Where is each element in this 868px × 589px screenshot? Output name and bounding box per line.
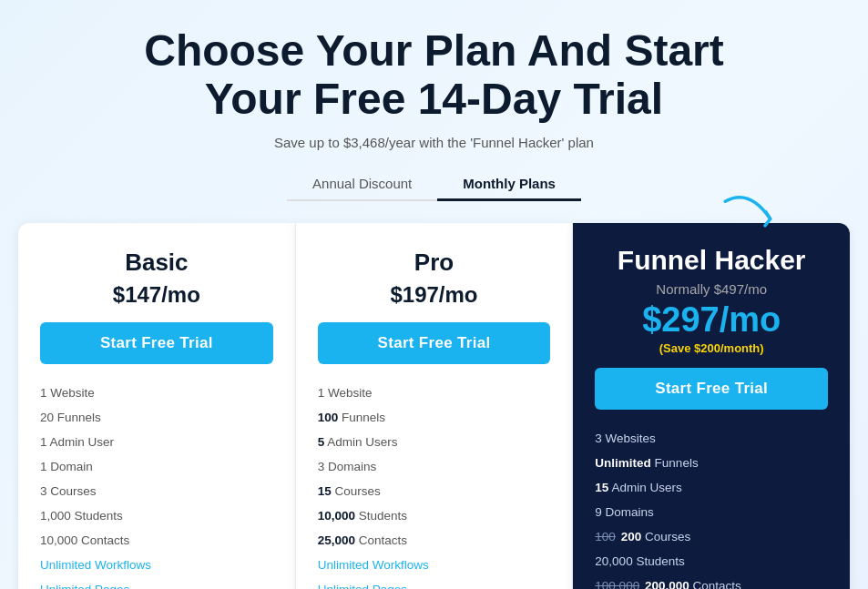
list-item: 3 Domains (318, 454, 551, 479)
list-item: 1,000 Students (40, 503, 273, 528)
pro-plan-price: $197/mo (318, 282, 551, 308)
list-item: 10,000 Students (318, 503, 551, 528)
plan-basic: Basic $147/mo Start Free Trial 1 Website… (18, 223, 296, 589)
pro-cta-button[interactable]: Start Free Trial (318, 322, 551, 364)
list-item: 25,000 Contacts (318, 528, 551, 553)
funnel-hacker-normal-price: Normally $497/mo (595, 281, 828, 297)
list-item: Unlimited Workflows (318, 553, 551, 577)
list-item: 15 Courses (318, 479, 551, 503)
funnel-hacker-plan-name: Funnel Hacker (595, 245, 828, 276)
basic-cta-button[interactable]: Start Free Trial (40, 322, 273, 364)
list-item: Unlimited Pages (40, 577, 273, 589)
list-item: 1 Domain (40, 454, 273, 479)
funnel-hacker-main-price: $297/mo (595, 300, 828, 340)
funnel-hacker-feature-list: 3 Websites Unlimited Funnels 15 Admin Us… (595, 426, 828, 589)
plans-container: Basic $147/mo Start Free Trial 1 Website… (18, 223, 850, 589)
plan-funnel-hacker: Funnel Hacker Normally $497/mo $297/mo (… (573, 223, 850, 589)
list-item: 1 Website (40, 381, 273, 405)
list-item: 100 Funnels (318, 405, 551, 430)
list-item: 100,000 200,000 Contacts (595, 574, 828, 589)
plan-pro: Pro $197/mo Start Free Trial 1 Website 1… (296, 223, 574, 589)
funnel-hacker-save-text: (Save $200/month) (595, 341, 828, 355)
pricing-tabs: Annual Discount Monthly Plans (287, 168, 581, 201)
list-item: Unlimited Funnels (595, 451, 828, 475)
list-item: 20 Funnels (40, 405, 273, 430)
list-item: Unlimited Pages (318, 577, 551, 589)
list-item: 10,000 Contacts (40, 528, 273, 553)
list-item: 5 Admin Users (318, 430, 551, 454)
basic-feature-list: 1 Website 20 Funnels 1 Admin User 1 Doma… (40, 381, 273, 589)
pro-plan-name: Pro (318, 249, 551, 277)
list-item: 100 200 Courses (595, 524, 828, 549)
tab-annual[interactable]: Annual Discount (287, 168, 437, 201)
list-item: 3 Courses (40, 479, 273, 503)
basic-plan-name: Basic (40, 249, 273, 277)
list-item: 15 Admin Users (595, 475, 828, 500)
list-item: 1 Website (318, 381, 551, 405)
basic-plan-price: $147/mo (40, 282, 273, 308)
pro-feature-list: 1 Website 100 Funnels 5 Admin Users 3 Do… (318, 381, 551, 589)
list-item: Unlimited Workflows (40, 553, 273, 577)
funnel-hacker-cta-button[interactable]: Start Free Trial (595, 368, 828, 410)
list-item: 9 Domains (595, 500, 828, 524)
list-item: 20,000 Students (595, 549, 828, 574)
page-title: Choose Your Plan And Start Your Free 14-… (125, 27, 744, 124)
arrow-icon (713, 177, 785, 252)
page-subtitle: Save up to $3,468/year with the 'Funnel … (274, 135, 594, 150)
list-item: 3 Websites (595, 426, 828, 451)
list-item: 1 Admin User (40, 430, 273, 454)
tab-monthly[interactable]: Monthly Plans (437, 168, 581, 201)
